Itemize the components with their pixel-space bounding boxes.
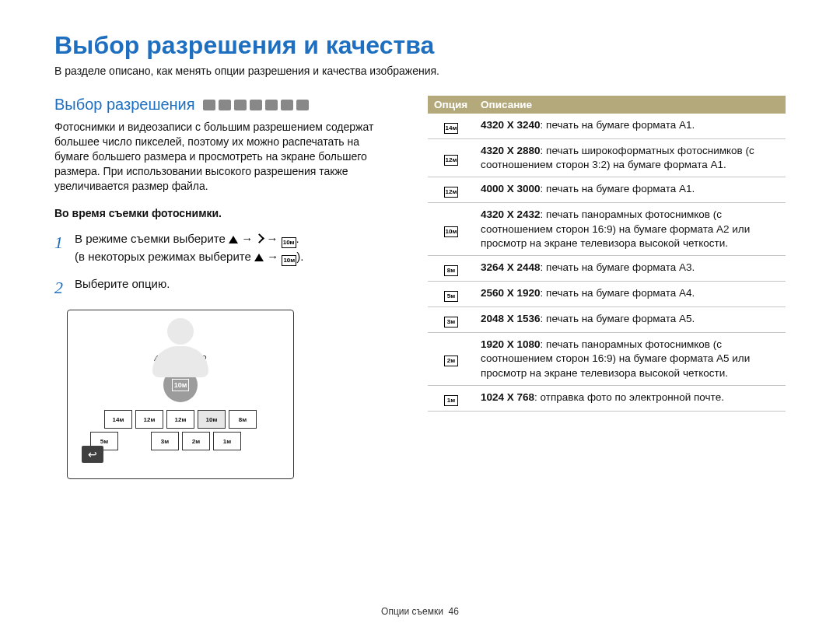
mode-icon: [234, 100, 247, 110]
res-desc: : печать на бумаге формата A4.: [541, 287, 695, 299]
res-12m-wide-icon: 12м: [444, 155, 459, 166]
table-row: 14м 4320 X 3240: печать на бумаге формат…: [428, 114, 786, 139]
table-row: 8м 3264 X 2448: печать на бумаге формата…: [428, 256, 786, 282]
step-2: 2 Выберите опцию.: [54, 275, 397, 300]
arrow-icon: →: [241, 232, 253, 245]
lcd-option-button[interactable]: 12м: [135, 410, 163, 429]
table-row: 3м 2048 X 1536: печать на бумаге формата…: [428, 307, 786, 333]
res-desc: : печать на бумаге формата A5.: [541, 313, 695, 324]
page-footer: Опции съемки 46: [0, 606, 840, 617]
table-row: 10м 4320 X 2432: печать панорамных фотос…: [428, 203, 786, 256]
mode-icon: [296, 100, 309, 110]
res-5m-icon: 5м: [444, 291, 458, 302]
lcd-option-button[interactable]: 2м: [182, 432, 210, 450]
res-label: 1024 X 768: [481, 391, 534, 403]
resolution-options-table: Опция Описание 14м 4320 X 3240: печать н…: [428, 96, 786, 412]
section-body: Фотоснимки и видеозаписи с большим разре…: [54, 120, 397, 193]
lcd-option-button[interactable]: 8м: [229, 410, 257, 429]
lcd-back-button[interactable]: ↩: [82, 446, 103, 463]
mode-icon: [219, 100, 231, 110]
res-14m-icon: 14м: [444, 123, 459, 134]
step2-text: Выберите опцию.: [75, 275, 170, 300]
res-desc: : отправка фото по электронной почте.: [534, 391, 724, 403]
back-arrow-icon: ↩: [88, 449, 97, 460]
table-row: 12м 4000 X 3000: печать на бумаге формат…: [428, 177, 786, 203]
res-label: 4320 X 2432: [481, 208, 541, 220]
res-label: 4000 X 3000: [481, 183, 541, 194]
res-label: 2048 X 1536: [481, 313, 541, 324]
res-label: 4320 X 2880: [481, 145, 541, 156]
mode-icon: [265, 100, 278, 110]
page-intro: В разделе описано, как менять опции разр…: [54, 65, 786, 77]
mode-icons: [203, 100, 309, 110]
table-row: 12м 4320 X 2880: печать широкоформатных …: [428, 139, 786, 177]
table-header-option: Опция: [428, 96, 474, 114]
res-desc: : печать на бумаге формата A3.: [541, 261, 695, 273]
arrow-icon: →: [267, 250, 278, 263]
lcd-option-button[interactable]: 14м: [104, 410, 132, 429]
table-row: 5м 2560 X 1920: печать на бумаге формата…: [428, 282, 786, 307]
section-note: Во время съемки фотоснимки.: [54, 207, 397, 219]
resolution-10m-icon: 10м: [282, 237, 296, 248]
step1-close: ).: [296, 250, 303, 263]
res-label: 3264 X 2448: [481, 261, 541, 273]
step-1: 1 В режиме съемки выберите → → 10м. (в н…: [54, 230, 397, 266]
step1-text-b: (в некоторых режимах выберите: [75, 250, 254, 263]
res-10m-icon: 10м: [444, 226, 459, 237]
lcd-option-button[interactable]: 10м: [198, 410, 226, 429]
res-1m-icon: 1м: [444, 395, 458, 406]
res-label: 4320 X 3240: [481, 119, 541, 131]
lcd-option-button[interactable]: 1м: [213, 432, 241, 450]
lcd-option-button[interactable]: 3м: [151, 432, 179, 450]
res-2m-icon: 2м: [444, 356, 458, 366]
step1-text-a: В режиме съемки выберите: [75, 232, 229, 245]
mode-icon: [281, 100, 293, 110]
table-row: 2м 1920 X 1080: печать панорамных фотосн…: [428, 333, 786, 386]
person-silhouette-icon: [152, 318, 208, 377]
chevron-right-icon: [254, 234, 264, 244]
mode-icon: [250, 100, 262, 110]
arrow-icon: →: [267, 232, 278, 245]
res-8m-icon: 8м: [444, 265, 458, 276]
res-label: 1920 X 1080: [481, 338, 541, 350]
step1-dot: .: [296, 232, 299, 245]
camera-screen: 4320 X 2432 10м 14м 12м 12м 10м 8м 5м 3м…: [67, 310, 294, 479]
step-number: 1: [54, 230, 67, 266]
lcd-option-spacer: [121, 432, 148, 449]
footer-section: Опции съемки: [381, 606, 443, 617]
mode-icon: [203, 100, 215, 110]
up-triangle-icon: [229, 236, 238, 243]
lcd-option-grid: 14м 12м 12м 10м 8м 5м 3м 2м 1м: [90, 410, 271, 471]
page-title: Выбор разрешения и качества: [54, 31, 786, 60]
table-row: 1м 1024 X 768: отправка фото по электрон…: [428, 385, 786, 411]
lcd-option-spacer: [167, 454, 194, 471]
lcd-option-spacer: [244, 432, 271, 449]
res-desc: : печать на бумаге формата A1.: [541, 119, 695, 131]
lcd-option-button[interactable]: 12м: [166, 410, 194, 429]
res-desc: : печать на бумаге формата A1.: [541, 183, 695, 194]
resolution-10m-icon: 10м: [282, 255, 296, 266]
table-header-desc: Описание: [474, 96, 786, 114]
section-title: Выбор разрешения: [54, 96, 195, 114]
res-12m-icon: 12м: [444, 187, 459, 198]
footer-page-number: 46: [449, 606, 459, 617]
step-number: 2: [54, 275, 67, 300]
res-3m-icon: 3м: [444, 317, 458, 328]
up-triangle-icon: [254, 254, 264, 261]
res-label: 2560 X 1920: [481, 287, 541, 299]
lcd-selected-icon: 10м: [172, 379, 189, 391]
